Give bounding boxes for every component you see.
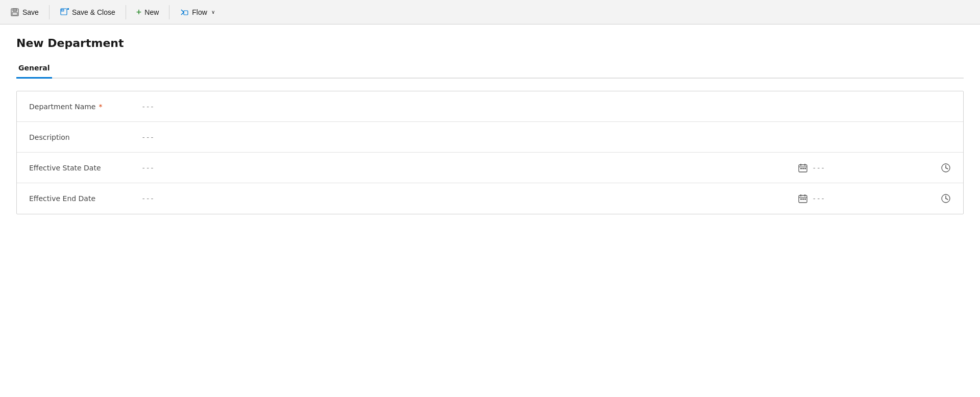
effective-end-date-value[interactable]: --- <box>141 194 154 203</box>
separator-1 <box>49 5 50 19</box>
save-icon <box>10 8 19 17</box>
save-close-icon <box>60 8 69 17</box>
effective-end-date-label: Effective End Date <box>29 194 141 203</box>
description-field[interactable]: --- <box>141 133 951 141</box>
svg-rect-5 <box>67 8 69 10</box>
tab-general-label: General <box>18 64 50 72</box>
description-label: Description <box>29 133 141 141</box>
form-card: Department Name * --- Description --- Ef… <box>16 91 964 214</box>
page-title: New Department <box>16 37 964 49</box>
flow-button[interactable]: Flow ∨ <box>174 5 221 20</box>
new-label: New <box>144 8 159 16</box>
department-name-value: --- <box>141 103 154 111</box>
page-content: New Department General Department Name *… <box>0 24 980 227</box>
form-row-effective-end-date: Effective End Date --- --- <box>17 183 963 214</box>
form-row-description: Description --- <box>17 122 963 153</box>
tab-general[interactable]: General <box>16 60 52 79</box>
toolbar: Save Save & Close + New Flow ∨ <box>0 0 980 24</box>
description-label-text: Description <box>29 133 70 141</box>
effective-end-time-button[interactable] <box>941 193 951 204</box>
svg-rect-1 <box>13 9 17 11</box>
effective-state-time-button[interactable] <box>941 163 951 173</box>
effective-state-date-value-group: --- <box>798 163 951 173</box>
effective-end-date-input-group: --- <box>141 194 798 203</box>
form-row-department-name: Department Name * --- <box>17 91 963 122</box>
department-name-label-text: Department Name <box>29 103 95 111</box>
svg-rect-21 <box>800 198 802 200</box>
effective-end-date-value-group: --- <box>798 193 951 204</box>
effective-end-date-content: --- --- <box>141 193 951 204</box>
svg-line-16 <box>946 168 948 169</box>
effective-state-date-content: --- --- <box>141 163 951 173</box>
effective-state-date-label-text: Effective State Date <box>29 164 101 172</box>
flow-icon <box>180 8 189 17</box>
effective-state-clock-icon <box>941 163 951 173</box>
department-name-field[interactable]: --- <box>141 103 951 111</box>
svg-rect-12 <box>802 168 804 169</box>
svg-rect-2 <box>12 12 17 15</box>
svg-rect-23 <box>804 198 806 200</box>
new-icon: + <box>136 8 142 17</box>
effective-end-clock-icon <box>941 193 951 204</box>
department-name-label: Department Name * <box>29 103 141 111</box>
separator-2 <box>126 5 126 19</box>
form-row-effective-state-date: Effective State Date --- - <box>17 153 963 183</box>
tab-bar: General <box>16 60 964 79</box>
svg-rect-6 <box>184 11 188 15</box>
separator-3 <box>169 5 169 19</box>
svg-line-26 <box>946 198 948 200</box>
required-star: * <box>99 103 102 111</box>
svg-rect-4 <box>61 9 64 11</box>
effective-state-date-second-value[interactable]: --- <box>812 164 825 172</box>
effective-state-date-label: Effective State Date <box>29 164 141 172</box>
effective-state-date-value[interactable]: --- <box>141 164 154 172</box>
effective-end-calendar-icon[interactable] <box>798 193 808 204</box>
effective-state-date-input-group: --- <box>141 164 798 172</box>
save-close-button[interactable]: Save & Close <box>54 5 121 20</box>
effective-end-date-label-text: Effective End Date <box>29 194 95 203</box>
effective-end-date-second-value[interactable]: --- <box>812 194 825 203</box>
save-button[interactable]: Save <box>4 5 45 20</box>
svg-rect-13 <box>804 168 806 169</box>
flow-chevron-icon: ∨ <box>211 9 215 15</box>
save-close-label: Save & Close <box>72 8 115 16</box>
new-button[interactable]: + New <box>130 5 165 20</box>
svg-rect-22 <box>802 198 804 200</box>
effective-state-calendar-icon[interactable] <box>798 163 808 173</box>
description-value: --- <box>141 133 154 141</box>
flow-label: Flow <box>192 8 207 16</box>
save-label: Save <box>22 8 39 16</box>
svg-rect-11 <box>800 168 802 169</box>
